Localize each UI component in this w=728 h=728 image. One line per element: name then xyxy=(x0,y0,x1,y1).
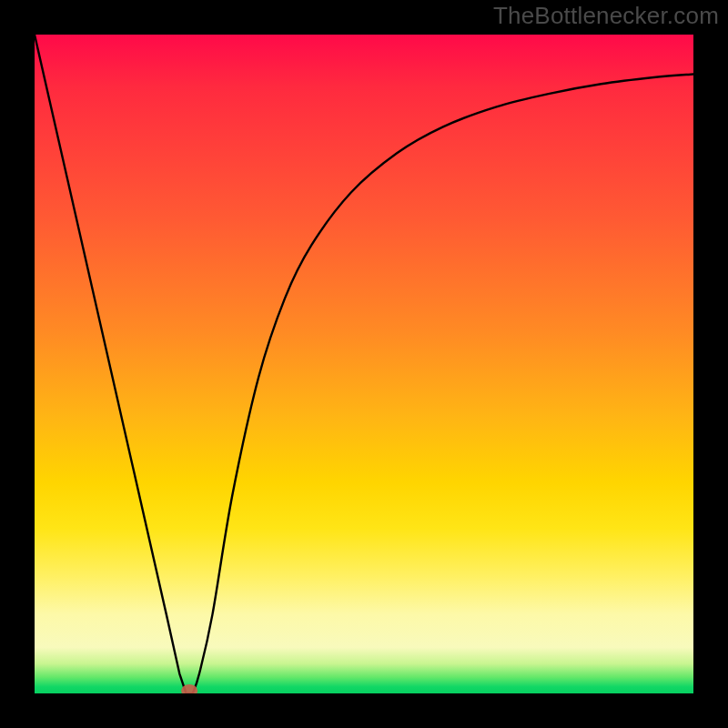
bottleneck-curve xyxy=(35,35,693,693)
chart-frame: TheBottlenecker.com xyxy=(0,0,728,728)
curve-layer xyxy=(35,35,693,693)
plot-area xyxy=(35,35,693,693)
watermark-text: TheBottlenecker.com xyxy=(493,2,719,30)
